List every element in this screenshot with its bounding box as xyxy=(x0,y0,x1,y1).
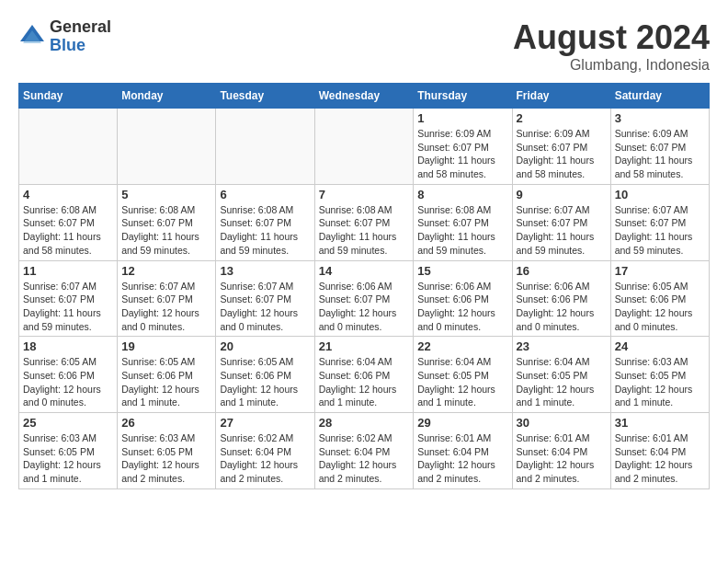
day-number: 9 xyxy=(517,188,607,201)
day-number: 4 xyxy=(23,188,113,201)
day-info: Sunrise: 6:07 AM Sunset: 6:07 PM Dayligh… xyxy=(517,203,607,258)
table-row: 14Sunrise: 6:06 AM Sunset: 6:07 PM Dayli… xyxy=(314,260,414,337)
table-row: 21Sunrise: 6:04 AM Sunset: 6:06 PM Dayli… xyxy=(314,337,414,413)
day-info: Sunrise: 6:08 AM Sunset: 6:07 PM Dayligh… xyxy=(23,203,113,258)
day-info: Sunrise: 6:02 AM Sunset: 6:04 PM Dayligh… xyxy=(319,431,410,486)
table-row: 1Sunrise: 6:09 AM Sunset: 6:07 PM Daylig… xyxy=(414,109,512,185)
day-number: 24 xyxy=(615,339,705,353)
table-row: 23Sunrise: 6:04 AM Sunset: 6:05 PM Dayli… xyxy=(512,337,610,413)
day-info: Sunrise: 6:05 AM Sunset: 6:06 PM Dayligh… xyxy=(615,280,705,334)
day-number: 27 xyxy=(220,416,310,430)
day-info: Sunrise: 6:01 AM Sunset: 6:04 PM Dayligh… xyxy=(615,431,705,486)
day-info: Sunrise: 6:03 AM Sunset: 6:05 PM Dayligh… xyxy=(121,431,211,486)
header-friday: Friday xyxy=(512,84,610,109)
table-row: 10Sunrise: 6:07 AM Sunset: 6:07 PM Dayli… xyxy=(610,184,709,260)
table-row: 27Sunrise: 6:02 AM Sunset: 6:04 PM Dayli… xyxy=(216,413,314,489)
table-row: 26Sunrise: 6:03 AM Sunset: 6:05 PM Dayli… xyxy=(118,413,216,489)
table-row: 9Sunrise: 6:07 AM Sunset: 6:07 PM Daylig… xyxy=(512,184,610,260)
day-info: Sunrise: 6:02 AM Sunset: 6:04 PM Dayligh… xyxy=(220,431,310,486)
day-info: Sunrise: 6:08 AM Sunset: 6:07 PM Dayligh… xyxy=(417,203,507,258)
logo-blue-text: Blue xyxy=(50,37,111,55)
header-wednesday: Wednesday xyxy=(314,84,414,109)
day-info: Sunrise: 6:03 AM Sunset: 6:05 PM Dayligh… xyxy=(23,431,113,486)
table-row: 7Sunrise: 6:08 AM Sunset: 6:07 PM Daylig… xyxy=(314,184,414,260)
header-saturday: Saturday xyxy=(610,84,709,109)
day-number: 19 xyxy=(121,339,211,353)
table-row: 31Sunrise: 6:01 AM Sunset: 6:04 PM Dayli… xyxy=(610,413,709,489)
day-number: 25 xyxy=(23,416,113,430)
table-row: 20Sunrise: 6:05 AM Sunset: 6:06 PM Dayli… xyxy=(216,337,314,413)
day-number: 21 xyxy=(319,339,410,353)
day-info: Sunrise: 6:08 AM Sunset: 6:07 PM Dayligh… xyxy=(220,203,310,258)
day-info: Sunrise: 6:01 AM Sunset: 6:04 PM Dayligh… xyxy=(517,431,607,486)
table-row: 13Sunrise: 6:07 AM Sunset: 6:07 PM Dayli… xyxy=(216,260,314,337)
day-info: Sunrise: 6:04 AM Sunset: 6:05 PM Dayligh… xyxy=(417,355,507,409)
table-row xyxy=(314,109,414,185)
day-number: 16 xyxy=(517,264,607,278)
header-tuesday: Tuesday xyxy=(216,84,314,109)
day-info: Sunrise: 6:05 AM Sunset: 6:06 PM Dayligh… xyxy=(220,355,310,409)
calendar-week-row: 18Sunrise: 6:05 AM Sunset: 6:06 PM Dayli… xyxy=(19,337,710,413)
calendar-week-row: 4Sunrise: 6:08 AM Sunset: 6:07 PM Daylig… xyxy=(19,184,710,260)
day-number: 11 xyxy=(23,264,113,278)
location: Glumbang, Indonesia xyxy=(513,57,710,74)
table-row: 8Sunrise: 6:08 AM Sunset: 6:07 PM Daylig… xyxy=(414,184,512,260)
logo-general-text: General xyxy=(50,18,111,37)
table-row: 16Sunrise: 6:06 AM Sunset: 6:06 PM Dayli… xyxy=(512,260,610,337)
header-monday: Monday xyxy=(118,84,216,109)
table-row: 29Sunrise: 6:01 AM Sunset: 6:04 PM Dayli… xyxy=(414,413,512,489)
month-year: August 2024 xyxy=(513,18,710,57)
day-number: 7 xyxy=(319,188,410,201)
day-number: 17 xyxy=(615,264,705,278)
table-row: 4Sunrise: 6:08 AM Sunset: 6:07 PM Daylig… xyxy=(19,184,118,260)
day-number: 20 xyxy=(220,339,310,353)
day-number: 13 xyxy=(220,264,310,278)
calendar-week-row: 11Sunrise: 6:07 AM Sunset: 6:07 PM Dayli… xyxy=(19,260,710,337)
day-number: 12 xyxy=(121,264,211,278)
day-info: Sunrise: 6:01 AM Sunset: 6:04 PM Dayligh… xyxy=(417,431,507,486)
table-row: 2Sunrise: 6:09 AM Sunset: 6:07 PM Daylig… xyxy=(512,109,610,185)
table-row: 15Sunrise: 6:06 AM Sunset: 6:06 PM Dayli… xyxy=(414,260,512,337)
day-info: Sunrise: 6:07 AM Sunset: 6:07 PM Dayligh… xyxy=(220,280,310,334)
day-info: Sunrise: 6:09 AM Sunset: 6:07 PM Dayligh… xyxy=(615,127,705,181)
day-number: 18 xyxy=(23,339,113,353)
day-number: 3 xyxy=(615,111,705,125)
table-row: 24Sunrise: 6:03 AM Sunset: 6:05 PM Dayli… xyxy=(610,337,709,413)
day-info: Sunrise: 6:03 AM Sunset: 6:05 PM Dayligh… xyxy=(615,355,705,409)
day-info: Sunrise: 6:04 AM Sunset: 6:05 PM Dayligh… xyxy=(517,355,607,409)
day-number: 15 xyxy=(417,264,507,278)
day-number: 6 xyxy=(220,188,310,201)
table-row: 28Sunrise: 6:02 AM Sunset: 6:04 PM Dayli… xyxy=(314,413,414,489)
calendar-header-row: Sunday Monday Tuesday Wednesday Thursday… xyxy=(19,84,710,109)
table-row: 6Sunrise: 6:08 AM Sunset: 6:07 PM Daylig… xyxy=(216,184,314,260)
page-header: General Blue August 2024 Glumbang, Indon… xyxy=(18,18,710,74)
day-info: Sunrise: 6:07 AM Sunset: 6:07 PM Dayligh… xyxy=(121,280,211,334)
day-info: Sunrise: 6:06 AM Sunset: 6:06 PM Dayligh… xyxy=(517,280,607,334)
day-info: Sunrise: 6:05 AM Sunset: 6:06 PM Dayligh… xyxy=(23,355,113,409)
calendar-week-row: 25Sunrise: 6:03 AM Sunset: 6:05 PM Dayli… xyxy=(19,413,710,489)
title-block: August 2024 Glumbang, Indonesia xyxy=(513,18,710,74)
table-row xyxy=(19,109,118,185)
day-info: Sunrise: 6:06 AM Sunset: 6:07 PM Dayligh… xyxy=(319,280,410,334)
table-row: 11Sunrise: 6:07 AM Sunset: 6:07 PM Dayli… xyxy=(19,260,118,337)
day-info: Sunrise: 6:04 AM Sunset: 6:06 PM Dayligh… xyxy=(319,355,410,409)
day-number: 29 xyxy=(417,416,507,430)
calendar-week-row: 1Sunrise: 6:09 AM Sunset: 6:07 PM Daylig… xyxy=(19,109,710,185)
table-row: 12Sunrise: 6:07 AM Sunset: 6:07 PM Dayli… xyxy=(118,260,216,337)
day-number: 2 xyxy=(517,111,607,125)
day-number: 31 xyxy=(615,416,705,430)
day-info: Sunrise: 6:06 AM Sunset: 6:06 PM Dayligh… xyxy=(417,280,507,334)
table-row: 30Sunrise: 6:01 AM Sunset: 6:04 PM Dayli… xyxy=(512,413,610,489)
table-row: 22Sunrise: 6:04 AM Sunset: 6:05 PM Dayli… xyxy=(414,337,512,413)
day-number: 5 xyxy=(121,188,211,201)
day-info: Sunrise: 6:07 AM Sunset: 6:07 PM Dayligh… xyxy=(615,203,705,258)
table-row: 25Sunrise: 6:03 AM Sunset: 6:05 PM Dayli… xyxy=(19,413,118,489)
day-info: Sunrise: 6:08 AM Sunset: 6:07 PM Dayligh… xyxy=(319,203,410,258)
logo: General Blue xyxy=(18,18,111,55)
table-row: 18Sunrise: 6:05 AM Sunset: 6:06 PM Dayli… xyxy=(19,337,118,413)
day-info: Sunrise: 6:07 AM Sunset: 6:07 PM Dayligh… xyxy=(23,280,113,334)
logo-icon xyxy=(18,23,46,51)
table-row xyxy=(216,109,314,185)
day-number: 23 xyxy=(517,339,607,353)
header-sunday: Sunday xyxy=(19,84,118,109)
